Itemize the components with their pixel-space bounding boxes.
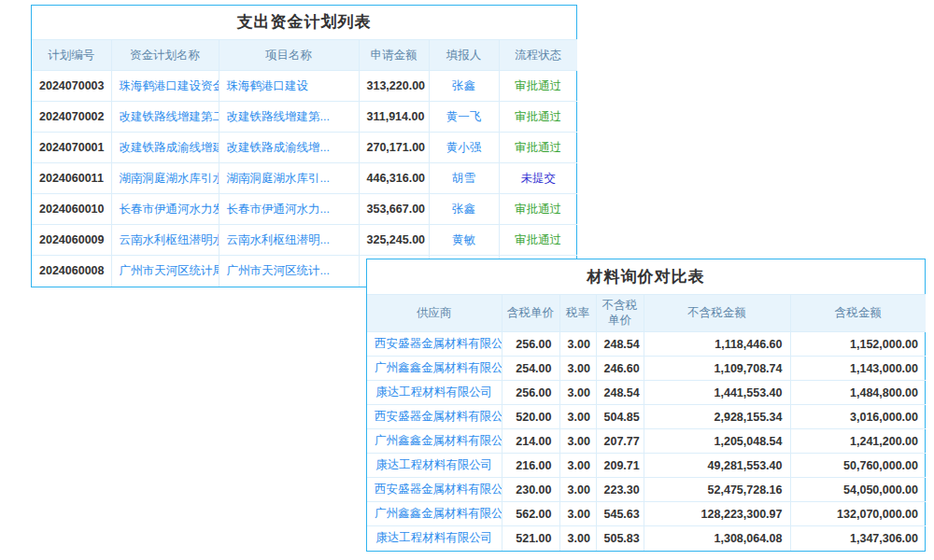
quote-table-row: 西安盛器金属材料有限公司 230.00 3.00 223.30 52,475,7… bbox=[367, 478, 926, 502]
column-header-amount-tax: 含税金额 bbox=[790, 295, 926, 332]
project-name-link[interactable]: 珠海鹤港口建设 bbox=[219, 71, 359, 102]
unit-price-no-tax-cell: 209.71 bbox=[596, 454, 644, 478]
project-name-link[interactable]: 广州市天河区统计... bbox=[219, 256, 359, 287]
tax-rate-cell: 3.00 bbox=[559, 332, 596, 357]
amount-no-tax-cell: 128,223,300.97 bbox=[644, 502, 790, 526]
amount-no-tax-cell: 1,441,553.40 bbox=[644, 381, 790, 405]
amount-no-tax-cell: 1,308,064.08 bbox=[644, 526, 790, 551]
supplier-link[interactable]: 康达工程材料有限公司 bbox=[367, 454, 502, 478]
plan-name-link[interactable]: 长春市伊通河水力发... bbox=[111, 194, 219, 225]
amount-tax-cell: 50,760,000.00 bbox=[790, 454, 926, 478]
plan-id-link[interactable]: 2024060010 bbox=[32, 194, 111, 225]
reporter-cell: 胡雪 bbox=[429, 163, 499, 194]
plan-name-link[interactable]: 云南水利枢纽潜明水... bbox=[111, 225, 219, 256]
project-name-link[interactable]: 改建铁路线增建第... bbox=[219, 102, 359, 133]
tax-rate-cell: 3.00 bbox=[559, 429, 596, 454]
supplier-link[interactable]: 西安盛器金属材料有限公司 bbox=[367, 332, 502, 357]
project-name-link[interactable]: 湖南洞庭湖水库引... bbox=[219, 163, 359, 194]
tax-rate-cell: 3.00 bbox=[559, 405, 596, 429]
unit-price-tax-cell: 230.00 bbox=[502, 478, 559, 502]
project-name-link[interactable]: 改建铁路成渝线增... bbox=[219, 133, 359, 163]
amount-tax-cell: 1,152,000.00 bbox=[790, 332, 926, 357]
plan-name-link[interactable]: 湖南洞庭湖水库引水... bbox=[111, 163, 219, 194]
plan-id-link[interactable]: 2024070001 bbox=[32, 133, 111, 163]
plan-id-link[interactable]: 2024060009 bbox=[32, 225, 111, 256]
plan-name-link[interactable]: 改建铁路成渝线增建... bbox=[111, 133, 219, 163]
column-header-status: 流程状态 bbox=[499, 40, 577, 71]
reporter-cell: 黄小强 bbox=[429, 133, 499, 163]
amount-no-tax-cell: 1,118,446.60 bbox=[644, 332, 790, 357]
supplier-link[interactable]: 广州鑫鑫金属材料有限公司 bbox=[367, 429, 502, 454]
plan-table-header-row: 计划编号 资金计划名称 项目名称 申请金额 填报人 流程状态 bbox=[32, 40, 577, 71]
quote-table-row: 西安盛器金属材料有限公司 256.00 3.00 248.54 1,118,44… bbox=[367, 332, 926, 357]
amount-cell: 311,914.00 bbox=[359, 102, 429, 133]
status-badge: 审批通过 bbox=[499, 225, 577, 256]
reporter-cell: 张鑫 bbox=[429, 71, 499, 102]
tax-rate-cell: 3.00 bbox=[559, 478, 596, 502]
quote-table-row: 西安盛器金属材料有限公司 520.00 3.00 504.85 2,928,15… bbox=[367, 405, 926, 429]
unit-price-tax-cell: 520.00 bbox=[502, 405, 559, 429]
amount-cell: 270,171.00 bbox=[359, 133, 429, 163]
column-header-reporter: 填报人 bbox=[429, 40, 499, 71]
unit-price-no-tax-cell: 223.30 bbox=[596, 478, 644, 502]
amount-cell: 353,667.00 bbox=[359, 194, 429, 225]
quote-table-row: 广州鑫鑫金属材料有限公司 562.00 3.00 545.63 128,223,… bbox=[367, 502, 926, 526]
quote-table-row: 康达工程材料有限公司 216.00 3.00 209.71 49,281,553… bbox=[367, 454, 926, 478]
amount-tax-cell: 1,143,000.00 bbox=[790, 357, 926, 381]
plan-id-link[interactable]: 2024060011 bbox=[32, 163, 111, 194]
amount-tax-cell: 1,484,800.00 bbox=[790, 381, 926, 405]
amount-tax-cell: 54,050,000.00 bbox=[790, 478, 926, 502]
plan-id-link[interactable]: 2024070002 bbox=[32, 102, 111, 133]
supplier-link[interactable]: 康达工程材料有限公司 bbox=[367, 381, 502, 405]
status-badge: 未提交 bbox=[499, 163, 577, 194]
quote-table-row: 康达工程材料有限公司 256.00 3.00 248.54 1,441,553.… bbox=[367, 381, 926, 405]
plan-table: 计划编号 资金计划名称 项目名称 申请金额 填报人 流程状态 202407000… bbox=[32, 39, 577, 287]
status-badge: 审批通过 bbox=[499, 71, 577, 102]
column-header-plan-id: 计划编号 bbox=[32, 40, 111, 71]
unit-price-no-tax-cell: 207.77 bbox=[596, 429, 644, 454]
supplier-link[interactable]: 康达工程材料有限公司 bbox=[367, 526, 502, 551]
column-header-supplier: 供应商 bbox=[367, 295, 502, 332]
reporter-cell: 黄敏 bbox=[429, 225, 499, 256]
plan-name-link[interactable]: 改建铁路线增建第二... bbox=[111, 102, 219, 133]
plan-id-link[interactable]: 2024060008 bbox=[32, 256, 111, 287]
reporter-cell: 黄一飞 bbox=[429, 102, 499, 133]
plan-table-row: 2024070001 改建铁路成渝线增建... 改建铁路成渝线增... 270,… bbox=[32, 133, 577, 163]
column-header-plan-name: 资金计划名称 bbox=[111, 40, 219, 71]
quote-table-row: 广州鑫鑫金属材料有限公司 254.00 3.00 246.60 1,109,70… bbox=[367, 357, 926, 381]
tax-rate-cell: 3.00 bbox=[559, 526, 596, 551]
project-name-link[interactable]: 云南水利枢纽潜明... bbox=[219, 225, 359, 256]
unit-price-no-tax-cell: 545.63 bbox=[596, 502, 644, 526]
plan-table-row: 2024060010 长春市伊通河水力发... 长春市伊通河水力... 353,… bbox=[32, 194, 577, 225]
column-header-tax-rate: 税率 bbox=[559, 295, 596, 332]
plan-name-link[interactable]: 广州市天河区统计局... bbox=[111, 256, 219, 287]
plan-table-panel: 支出资金计划列表 计划编号 资金计划名称 项目名称 申请金额 填报人 流程状态 … bbox=[31, 5, 577, 287]
reporter-cell: 张鑫 bbox=[429, 194, 499, 225]
amount-cell: 325,245.00 bbox=[359, 225, 429, 256]
unit-price-no-tax-cell: 246.60 bbox=[596, 357, 644, 381]
amount-cell: 446,316.00 bbox=[359, 163, 429, 194]
supplier-link[interactable]: 广州鑫鑫金属材料有限公司 bbox=[367, 357, 502, 381]
column-header-unit-price-tax: 含税单价 bbox=[502, 295, 559, 332]
amount-cell: 313,220.00 bbox=[359, 71, 429, 102]
plan-id-link[interactable]: 2024070003 bbox=[32, 71, 111, 102]
tax-rate-cell: 3.00 bbox=[559, 502, 596, 526]
status-badge: 审批通过 bbox=[499, 133, 577, 163]
plan-name-link[interactable]: 珠海鹤港口建设资金... bbox=[111, 71, 219, 102]
tax-rate-cell: 3.00 bbox=[559, 381, 596, 405]
unit-price-tax-cell: 256.00 bbox=[502, 381, 559, 405]
supplier-link[interactable]: 广州鑫鑫金属材料有限公司 bbox=[367, 502, 502, 526]
amount-tax-cell: 1,241,200.00 bbox=[790, 429, 926, 454]
quote-table-panel: 材料询价对比表 供应商 含税单价 税率 不含税单价 不含税金额 含税金额 西安盛… bbox=[366, 259, 926, 552]
tax-rate-cell: 3.00 bbox=[559, 454, 596, 478]
unit-price-tax-cell: 256.00 bbox=[502, 332, 559, 357]
project-name-link[interactable]: 长春市伊通河水力... bbox=[219, 194, 359, 225]
supplier-link[interactable]: 西安盛器金属材料有限公司 bbox=[367, 478, 502, 502]
quote-table: 供应商 含税单价 税率 不含税单价 不含税金额 含税金额 西安盛器金属材料有限公… bbox=[367, 294, 926, 551]
amount-no-tax-cell: 1,109,708.74 bbox=[644, 357, 790, 381]
unit-price-tax-cell: 216.00 bbox=[502, 454, 559, 478]
status-badge: 审批通过 bbox=[499, 194, 577, 225]
amount-no-tax-cell: 52,475,728.16 bbox=[644, 478, 790, 502]
quote-table-row: 广州鑫鑫金属材料有限公司 214.00 3.00 207.77 1,205,04… bbox=[367, 429, 926, 454]
supplier-link[interactable]: 西安盛器金属材料有限公司 bbox=[367, 405, 502, 429]
